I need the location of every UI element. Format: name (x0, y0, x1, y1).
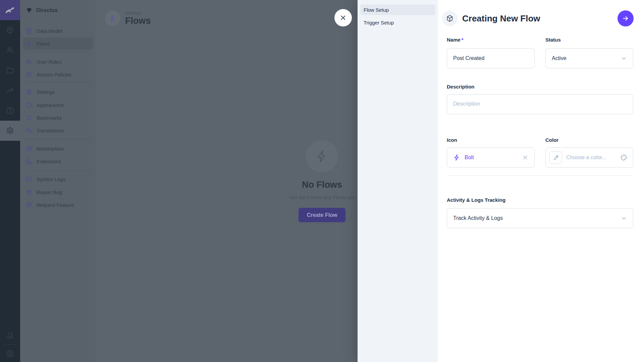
name-label: Name* (447, 37, 535, 43)
status-label: Status (545, 37, 633, 43)
tracking-select[interactable]: Track Activity & Logs (447, 208, 633, 228)
sidebar-item-bookmarks[interactable]: Bookmarks (23, 112, 93, 124)
module-settings[interactable] (0, 121, 20, 141)
sidebar-item-user-roles[interactable]: User Roles (23, 56, 93, 68)
form-divider (447, 175, 633, 176)
sidebar-item-settings[interactable]: Settings (23, 86, 93, 98)
close-icon (339, 14, 347, 22)
module-insights[interactable] (0, 80, 20, 101)
description-input[interactable] (447, 95, 633, 114)
status-select[interactable]: Active (545, 48, 633, 68)
chevron-down-icon (620, 215, 628, 222)
settings-nav-sidebar: Directus Data Model Flows User Roles Acc… (20, 0, 96, 362)
icon-value: Bolt (465, 155, 474, 161)
sidebar-item-flows[interactable]: Flows (23, 38, 93, 50)
sidebar-item-data-model[interactable]: Data Model (23, 25, 93, 37)
bolt-icon (453, 154, 461, 161)
color-input[interactable] (566, 148, 616, 167)
nav-divider (25, 170, 91, 170)
box-icon (6, 26, 14, 35)
palette-icon (25, 102, 33, 109)
sidebar-item-marketplace[interactable]: Marketplace (23, 142, 93, 155)
create-flow-button[interactable]: Create Flow (299, 208, 345, 222)
tracking-label: Activity & Logs Tracking (447, 197, 633, 203)
module-bar (0, 0, 20, 362)
people-icon (6, 46, 14, 55)
required-marker: * (462, 37, 464, 43)
drawer-panel: Creating New Flow Name* Status Active De… (438, 0, 644, 362)
drawer-title: Creating New Flow (462, 11, 540, 26)
new-releases-icon (25, 201, 33, 208)
nav-divider (25, 51, 91, 51)
tracking-value: Track Activity & Logs (453, 215, 503, 221)
module-content[interactable] (0, 20, 20, 40)
account-button[interactable] (0, 345, 20, 362)
account-circle-icon (6, 349, 14, 358)
bolt-icon (315, 149, 329, 164)
status-value: Active (552, 55, 567, 61)
notifications-button[interactable] (0, 326, 20, 346)
drawer-nav-item-flow-setup[interactable]: Flow Setup (360, 4, 435, 15)
directus-app: Directus Data Model Flows User Roles Acc… (0, 0, 644, 362)
project-name: Directus (36, 7, 58, 13)
clear-icon-button[interactable] (522, 154, 529, 161)
color-field (545, 147, 633, 168)
bell-icon (6, 331, 14, 340)
box-icon (446, 14, 454, 22)
sidebar-item-translations[interactable]: Translations (23, 124, 93, 136)
nav-divider (25, 82, 91, 82)
module-help[interactable] (0, 101, 20, 121)
next-button[interactable] (618, 10, 634, 26)
terminal-icon (25, 176, 33, 183)
directus-logo[interactable] (0, 0, 20, 20)
palette-icon[interactable] (620, 154, 628, 161)
tune-icon (25, 88, 33, 96)
nav-divider (25, 139, 91, 139)
sidebar-item-appearance[interactable]: Appearance (23, 99, 93, 111)
bolt-icon (109, 14, 117, 22)
breadcrumb[interactable]: Settings (125, 11, 151, 15)
sidebar-item-extensions[interactable]: Extensions (23, 155, 93, 167)
eyedropper-button[interactable] (549, 151, 562, 164)
module-bar-divider (4, 345, 16, 345)
drawer-close-button[interactable] (334, 9, 352, 26)
create-flow-drawer: Flow Setup Trigger Setup Creating New Fl… (358, 0, 644, 362)
chevron-down-icon (620, 55, 628, 62)
module-files[interactable] (0, 60, 20, 80)
trending-up-icon (6, 86, 14, 95)
close-icon (522, 154, 529, 161)
sidebar-item-access-policies[interactable]: Access Policies (23, 68, 93, 80)
eyedropper-icon (553, 155, 559, 161)
bookmark-icon (25, 114, 33, 121)
drawer-nav: Flow Setup Trigger Setup (358, 0, 438, 362)
shield-lock-icon (25, 71, 33, 78)
sidebar-item-report-bug[interactable]: Report Bug (23, 186, 93, 198)
color-label: Color (545, 137, 633, 143)
bug-icon (25, 189, 33, 196)
database-icon (25, 27, 33, 35)
bolt-icon (25, 40, 33, 47)
project-header[interactable]: Directus (20, 3, 96, 17)
name-field (447, 48, 535, 68)
description-field (447, 94, 633, 114)
gear-icon (6, 126, 14, 135)
sidebar-item-request-feature[interactable]: Request Feature (23, 199, 93, 211)
arrow-right-icon (622, 14, 630, 22)
icon-field[interactable]: Bolt (447, 147, 535, 168)
description-label: Description (447, 84, 633, 89)
page-icon-circle[interactable] (105, 11, 120, 26)
storefront-icon (25, 145, 33, 152)
translate-icon (25, 127, 33, 134)
folder-icon (6, 66, 14, 75)
page-header: Settings Flows (105, 11, 151, 26)
name-input[interactable] (447, 49, 534, 68)
rabbit-logo-icon (4, 4, 16, 16)
empty-state-circle (306, 140, 338, 173)
drawer-nav-item-trigger-setup[interactable]: Trigger Setup (360, 17, 435, 28)
drawer-header-icon-circle (442, 11, 458, 26)
module-users[interactable] (0, 40, 20, 60)
category-icon (25, 158, 33, 165)
sidebar-item-system-logs[interactable]: System Logs (23, 173, 93, 185)
project-gem-icon (25, 7, 33, 14)
people-icon (25, 58, 33, 65)
